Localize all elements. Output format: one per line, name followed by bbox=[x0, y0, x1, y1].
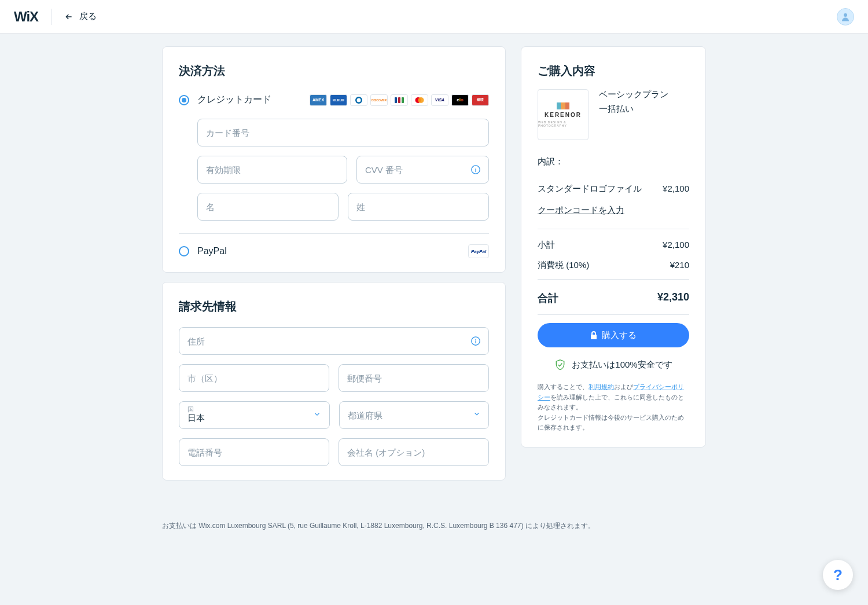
payment-title: 決済方法 bbox=[179, 63, 489, 79]
subtotal-label: 小計 bbox=[538, 240, 555, 251]
jcb-icon bbox=[391, 94, 408, 106]
buy-button[interactable]: 購入する bbox=[538, 323, 689, 347]
plan-thumbnail: KERENOR WEB DESIGN & PHOTOGRAPHY bbox=[538, 89, 589, 140]
back-button[interactable]: 戻る bbox=[64, 11, 97, 22]
radio-cc[interactable] bbox=[179, 95, 189, 105]
chevron-down-icon bbox=[313, 410, 321, 420]
item-label: スタンダードロゴファイル bbox=[538, 184, 642, 195]
shield-check-icon bbox=[554, 359, 566, 371]
user-icon bbox=[840, 12, 851, 22]
svg-point-2 bbox=[357, 98, 361, 102]
elo-icon: elo bbox=[451, 94, 469, 106]
total-value: ¥2,310 bbox=[657, 291, 689, 305]
safe-label: お支払いは100%安全です bbox=[572, 360, 672, 371]
first-name-input[interactable] bbox=[197, 193, 339, 221]
prefecture-select[interactable] bbox=[339, 401, 489, 429]
tax-value: ¥210 bbox=[670, 260, 689, 271]
prefecture-input[interactable] bbox=[339, 401, 489, 429]
payment-divider bbox=[179, 233, 489, 234]
mastercard-icon bbox=[411, 94, 428, 106]
cc-option[interactable]: クレジットカード AMEX BLEUE DISCOVER VISA elo 银联 bbox=[179, 91, 489, 108]
terms-link[interactable]: 利用規約 bbox=[589, 383, 614, 390]
plan-name: ベーシックプラン bbox=[599, 89, 668, 100]
footer-note: お支払いは Wix.com Luxembourg SARL (5, rue Gu… bbox=[162, 521, 706, 531]
item-price: ¥2,100 bbox=[663, 184, 689, 195]
address-input[interactable] bbox=[179, 327, 489, 355]
wix-logo: WiX bbox=[14, 9, 38, 25]
summary-card: ご購入内容 KERENOR WEB DESIGN & PHOTOGRAPHY ベ… bbox=[521, 46, 706, 448]
lock-icon bbox=[590, 331, 597, 339]
billing-card: 請求先情報 i 国 日本 bbox=[162, 282, 506, 481]
paypal-label: PayPal bbox=[197, 246, 227, 256]
legal-text: 購入することで、利用規約およびプライバシーポリシーを読み理解した上で、これらに同… bbox=[538, 382, 689, 433]
svg-rect-3 bbox=[395, 97, 397, 103]
svg-point-0 bbox=[844, 13, 847, 17]
last-name-input[interactable] bbox=[348, 193, 489, 221]
cvv-input[interactable] bbox=[356, 156, 489, 184]
avatar[interactable] bbox=[837, 8, 854, 25]
amex-icon: AMEX bbox=[310, 94, 327, 106]
back-label: 戻る bbox=[79, 11, 97, 22]
svg-rect-4 bbox=[398, 97, 400, 103]
discover-icon: DISCOVER bbox=[370, 94, 388, 106]
payment-method-card: 決済方法 クレジットカード AMEX BLEUE DISCOVER VISA e… bbox=[162, 46, 506, 273]
breakdown-label: 内訳： bbox=[538, 156, 689, 167]
city-input[interactable] bbox=[179, 364, 329, 392]
paypal-option[interactable]: PayPal PayPal bbox=[179, 244, 489, 258]
company-input[interactable] bbox=[339, 438, 489, 466]
radio-paypal[interactable] bbox=[179, 246, 189, 256]
card-brands: AMEX BLEUE DISCOVER VISA elo 银联 bbox=[310, 94, 489, 106]
top-header: WiX 戻る bbox=[0, 0, 868, 34]
svg-rect-5 bbox=[402, 97, 404, 103]
phone-input[interactable] bbox=[179, 438, 329, 466]
unionpay-icon: 银联 bbox=[472, 94, 489, 106]
card-number-input[interactable] bbox=[197, 119, 489, 146]
safe-note: お支払いは100%安全です bbox=[538, 359, 689, 371]
tax-label: 消費税 (10%) bbox=[538, 260, 589, 271]
svg-text:i: i bbox=[475, 338, 477, 344]
country-value: 日本 bbox=[187, 413, 205, 424]
country-select[interactable]: 国 日本 bbox=[179, 401, 330, 429]
cvv-info-icon[interactable]: i bbox=[470, 164, 481, 175]
cc-label: クレジットカード bbox=[197, 94, 271, 106]
expiry-input[interactable] bbox=[197, 156, 347, 184]
summary-divider bbox=[538, 229, 689, 229]
header-divider bbox=[51, 9, 52, 25]
summary-title: ご購入内容 bbox=[538, 63, 689, 79]
svg-point-7 bbox=[418, 97, 424, 103]
plan-term: 一括払い bbox=[599, 104, 668, 115]
address-info-icon[interactable]: i bbox=[470, 336, 481, 346]
cartebleue-icon: BLEUE bbox=[330, 94, 347, 106]
buy-label: 購入する bbox=[602, 330, 637, 341]
total-label: 合計 bbox=[538, 291, 558, 305]
paypal-icon: PayPal bbox=[468, 244, 489, 258]
subtotal-value: ¥2,100 bbox=[663, 240, 689, 251]
visa-icon: VISA bbox=[431, 94, 448, 106]
thumb-logo-sub: WEB DESIGN & PHOTOGRAPHY bbox=[538, 120, 588, 127]
summary-divider-2 bbox=[538, 279, 689, 280]
summary-divider-3 bbox=[538, 314, 689, 315]
coupon-link[interactable]: クーポンコードを入力 bbox=[538, 199, 689, 225]
diners-icon bbox=[350, 94, 367, 106]
arrow-left-icon bbox=[64, 12, 73, 21]
billing-title: 請求先情報 bbox=[179, 299, 489, 314]
thumb-logo-text: KERENOR bbox=[545, 112, 582, 118]
svg-text:i: i bbox=[475, 167, 477, 173]
postal-input[interactable] bbox=[339, 364, 489, 392]
